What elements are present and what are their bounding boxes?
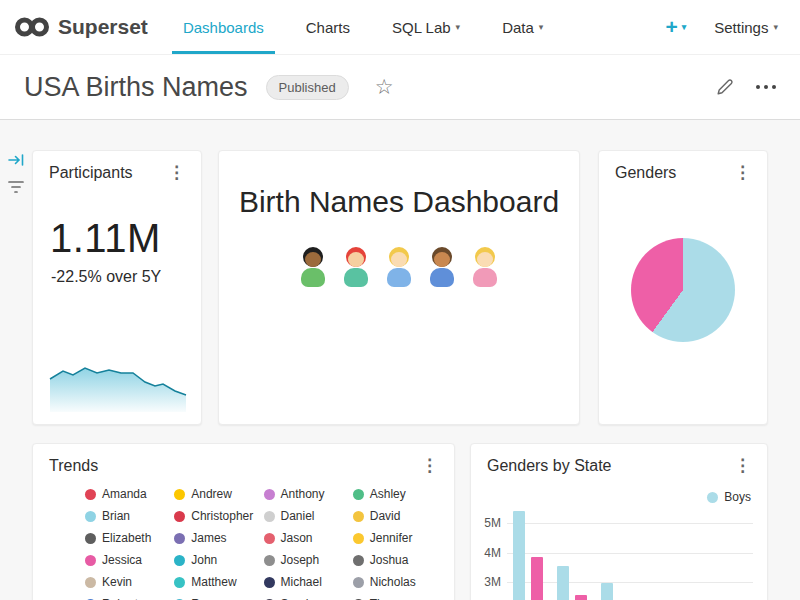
page-title: USA Births Names <box>24 72 248 103</box>
legend-item[interactable]: Daniel <box>264 509 349 523</box>
participants-card: Participants ⋮ 1.11M -22.5% over 5Y <box>32 150 202 425</box>
y-axis-tick: 3M <box>473 575 501 589</box>
legend-label: Anthony <box>281 487 325 501</box>
child-figure <box>339 247 373 293</box>
legend-label: Joshua <box>370 553 409 567</box>
legend-dot <box>85 511 96 522</box>
markdown-card: Birth Names Dashboard <box>218 150 580 425</box>
bar-girls[interactable] <box>531 557 543 600</box>
legend-label: Amanda <box>102 487 147 501</box>
kebab-menu-icon[interactable]: ⋮ <box>413 457 446 474</box>
legend-label: Jason <box>281 531 313 545</box>
bar-boys[interactable] <box>513 511 525 600</box>
header-actions <box>716 78 776 96</box>
edit-pencil-icon[interactable] <box>716 78 734 96</box>
gridline <box>507 523 753 524</box>
bar-boys[interactable] <box>601 583 613 600</box>
nav-item-dashboards[interactable]: Dashboards <box>162 0 285 54</box>
caret-down-icon: ▾ <box>773 23 778 32</box>
legend-dot <box>174 577 185 588</box>
legend-label: David <box>370 509 401 523</box>
gbs-chart: 5M4M3M <box>471 444 767 600</box>
legend-label: Nicholas <box>370 575 416 589</box>
legend-dot <box>174 533 185 544</box>
nav-label: SQL Lab <box>392 19 451 36</box>
filter-funnel-icon[interactable] <box>8 180 24 198</box>
gridline <box>507 553 753 554</box>
bar-boys[interactable] <box>557 566 569 600</box>
genders-pie-chart[interactable] <box>631 238 735 342</box>
legend-item[interactable]: Joseph <box>264 553 349 567</box>
nav-item-sql-lab[interactable]: SQL Lab ▾ <box>371 0 481 54</box>
legend-item[interactable]: John <box>174 553 259 567</box>
legend-item[interactable]: Amanda <box>85 487 170 501</box>
settings-label: Settings <box>714 19 768 36</box>
legend-item[interactable]: Kevin <box>85 575 170 589</box>
superset-logo[interactable]: Superset <box>0 15 162 39</box>
caret-down-icon: ▾ <box>456 23 461 32</box>
published-badge[interactable]: Published <box>266 75 349 100</box>
legend-item[interactable]: Jason <box>264 531 349 545</box>
legend-dot <box>264 511 275 522</box>
nav-label: Data <box>502 19 534 36</box>
legend-item[interactable]: David <box>353 509 438 523</box>
y-axis-tick: 4M <box>473 546 501 560</box>
legend-item[interactable]: Christopher <box>174 509 259 523</box>
genders-by-state-card: Genders by State ⋮ Boys 5M4M3M <box>470 443 768 600</box>
legend-dot <box>264 533 275 544</box>
legend-label: Andrew <box>191 487 232 501</box>
brand-name: Superset <box>58 15 148 39</box>
legend-item[interactable]: Ashley <box>353 487 438 501</box>
child-figure <box>296 247 330 293</box>
kebab-menu-icon[interactable]: ⋮ <box>726 164 759 181</box>
legend-item[interactable]: James <box>174 531 259 545</box>
caret-down-icon: ▾ <box>682 23 687 32</box>
legend-item[interactable]: Matthew <box>174 575 259 589</box>
legend-label: Elizabeth <box>102 531 151 545</box>
legend-dot <box>264 489 275 500</box>
legend-dot <box>85 489 96 500</box>
nav-label: Charts <box>306 19 350 36</box>
plus-icon: + <box>665 15 677 39</box>
kebab-menu-icon[interactable]: ⋮ <box>160 164 193 181</box>
legend-item[interactable]: Jennifer <box>353 531 438 545</box>
legend-item[interactable]: Jessica <box>85 553 170 567</box>
settings-menu[interactable]: Settings ▾ <box>714 19 778 36</box>
main-nav: Dashboards Charts SQL Lab ▾ Data ▾ <box>162 0 564 54</box>
child-figure <box>382 247 416 293</box>
child-figure <box>425 247 459 293</box>
legend-item[interactable]: Michael <box>264 575 349 589</box>
legend-dot <box>174 511 185 522</box>
legend-dot <box>85 577 96 588</box>
expand-filter-bar-icon[interactable] <box>8 152 25 172</box>
legend-item[interactable]: Joshua <box>353 553 438 567</box>
legend-dot <box>85 533 96 544</box>
nav-item-data[interactable]: Data ▾ <box>481 0 564 54</box>
legend-item[interactable]: Andrew <box>174 487 259 501</box>
chart-title: Trends <box>49 457 98 475</box>
filter-rail <box>0 120 30 600</box>
nav-right-actions: + ▾ Settings ▾ <box>665 15 800 39</box>
dashboard-banner-title: Birth Names Dashboard <box>219 185 579 219</box>
legend-item[interactable]: Nicholas <box>353 575 438 589</box>
legend-label: James <box>191 531 226 545</box>
big-number-value: 1.11M <box>50 218 201 258</box>
legend-label: Kevin <box>102 575 132 589</box>
new-item-button[interactable]: + ▾ <box>665 15 686 39</box>
legend-label: Matthew <box>191 575 236 589</box>
genders-card: Genders ⋮ <box>598 150 768 425</box>
nav-item-charts[interactable]: Charts <box>285 0 371 54</box>
legend-item[interactable]: Anthony <box>264 487 349 501</box>
legend-item[interactable]: Elizabeth <box>85 531 170 545</box>
legend-item[interactable]: Brian <box>85 509 170 523</box>
bar-girls[interactable] <box>575 595 587 600</box>
legend-label: Ashley <box>370 487 406 501</box>
legend-label: Michael <box>281 575 322 589</box>
kids-illustration <box>219 247 579 293</box>
legend-label: Jennifer <box>370 531 413 545</box>
more-menu-icon[interactable] <box>756 85 776 89</box>
nav-label: Dashboards <box>183 19 264 36</box>
legend-label: Brian <box>102 509 130 523</box>
favorite-star-icon[interactable]: ☆ <box>375 75 394 99</box>
legend-dot <box>353 577 364 588</box>
